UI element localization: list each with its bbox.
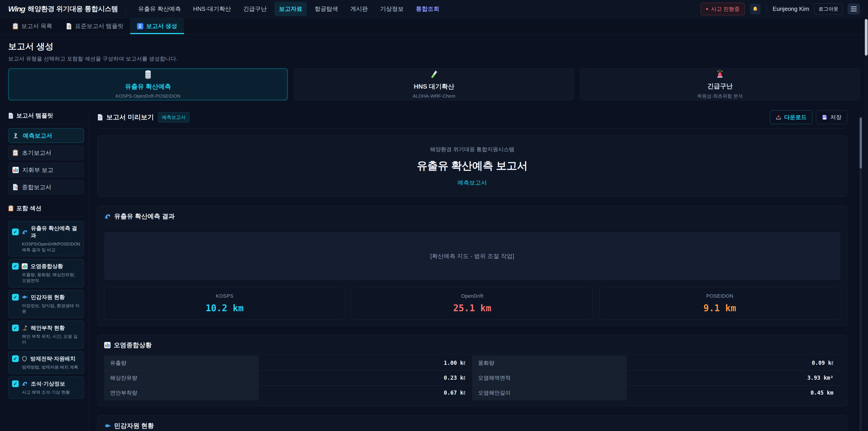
template-item-forecast[interactable]: 예측보고서 [8, 128, 84, 143]
fish-icon [22, 294, 28, 300]
header-divider [126, 5, 126, 13]
save-floppy-icon [822, 114, 828, 120]
shield-icon [22, 356, 27, 362]
report-title: 유출유 확산예측 보고서 [102, 159, 842, 173]
report-type-rescue[interactable]: 긴급구난 복원성·좌초위험 분석 [580, 68, 860, 100]
report-type-label: 예측보고서 [102, 179, 842, 187]
section-spill-result: 유출유 확산예측 결과 [확산예측 지도 - 범위 조절 작업] KOSPS 1… [97, 206, 847, 326]
menu-button[interactable] [848, 4, 860, 14]
tab-standard-templates[interactable]: 표준보고서 템플릿 [59, 18, 130, 34]
document-icon [97, 114, 103, 121]
logout-button[interactable]: 로그아웃 [814, 3, 843, 15]
table-row: 연안부착량 0.67 kℓ 오염해안길이 0.45 km [104, 386, 840, 400]
report-type-subtitle: KOSPS·OpenDrift·POSEIDON [116, 93, 180, 99]
nav-item-rescue[interactable]: 긴급구난 [239, 2, 271, 16]
model-stats: KOSPS 10.2 km OpenDrift 25.1 km POSEIDON… [104, 287, 840, 319]
test-tube-icon [430, 70, 438, 79]
wave-icon [22, 229, 28, 235]
nav-item-integrated-search[interactable]: 통합조회 [411, 2, 444, 16]
bar-chart-icon [104, 342, 111, 348]
scrollbar-thumb[interactable] [865, 19, 868, 56]
main-nav: 유출유 확산예측 HNS·대기확산 긴급구난 보고자료 항공탐색 게시판 기상정… [133, 2, 701, 16]
table-row: 유출량 1.00 kℓ 풍화량 0.09 kℓ [104, 356, 840, 370]
clipboard-icon [8, 205, 13, 212]
incident-status-badge[interactable]: 사고 진행중 [701, 3, 745, 16]
report-type-title: 유출유 확산예측 [125, 82, 171, 91]
wave-icon [104, 213, 111, 220]
report-sidebar: 보고서 템플릿 예측보고서 초기보고서 지휘부 보고 종합보고서 포함 섹션 [8, 110, 89, 431]
table-row: 해상잔유량 0.23 kℓ 오염해역면적 3.93 km² [104, 370, 840, 386]
report-type-hns[interactable]: HNS 대기확산 ALOHA·WRF-Chem [294, 68, 574, 100]
page-subtitle: 보고서 유형을 선택하고 포함할 섹션을 구성하여 보고서를 생성합니다. [8, 55, 860, 62]
template-item-comprehensive[interactable]: 종합보고서 [8, 180, 84, 194]
report-type-subtitle: ALOHA·WRF-Chem [412, 93, 455, 99]
preview-title: 보고서 미리보기 [97, 113, 154, 122]
bar-chart-icon [12, 167, 19, 173]
clipboard-icon [12, 149, 18, 156]
report-cover: 해양환경 위기대응 통합지원시스템 유출유 확산예측 보고서 예측보고서 [97, 135, 847, 197]
report-type-oil-spill[interactable]: 유출유 확산예측 KOSPS·OpenDrift·POSEIDON [8, 68, 288, 100]
fish-icon [104, 423, 111, 429]
tab-report-generate[interactable]: 보고서 생성 [130, 18, 184, 34]
section-toggle-sensitive[interactable]: 민감자원 현황 어장정보, 양식업, 환경생태 자원 [8, 290, 84, 318]
generate-icon [137, 23, 143, 29]
checkbox-checked[interactable] [12, 294, 19, 301]
app-title: 해양환경 위기대응 통합시스템 [28, 4, 118, 13]
model-stat-kosps: KOSPS 10.2 km [104, 287, 345, 319]
tab-report-list[interactable]: 보고서 목록 [5, 18, 59, 34]
templates-header: 보고서 템플릿 [8, 110, 84, 124]
nav-item-aerial-search[interactable]: 항공탐색 [310, 2, 343, 16]
bar-chart-icon [22, 263, 28, 269]
logo-mark: Wing [8, 4, 25, 13]
save-button[interactable]: 저장 [816, 110, 847, 124]
preview-header: 보고서 미리보기 예측보고서 다운로드 저장 [97, 110, 847, 129]
sections-header: 포함 섹션 [8, 203, 84, 217]
checkbox-checked[interactable] [12, 228, 19, 235]
section-header: 오염종합상황 [104, 341, 840, 355]
clipboard-icon [12, 23, 19, 30]
pollution-table: 유출량 1.00 kℓ 풍화량 0.09 kℓ 해상잔유량 0.23 kℓ 오염… [104, 356, 840, 400]
model-stat-opendrift: OpenDrift 25.1 km [352, 287, 592, 319]
nav-item-reports[interactable]: 보고자료 [274, 2, 307, 16]
section-toggle-response[interactable]: 방제전략·자원배치 방제방법, 방제자원 배치 계획 [8, 351, 84, 374]
page-scrollbar[interactable] [864, 0, 868, 431]
nav-item-board[interactable]: 게시판 [346, 2, 373, 16]
report-preview-panel: 보고서 미리보기 예측보고서 다운로드 저장 해양환경 위기대응 통합지원시스템 [89, 110, 860, 431]
checkbox-checked[interactable] [12, 380, 19, 387]
prediction-map-placeholder: [확산예측 지도 - 범위 조절 작업] [104, 232, 840, 280]
hamburger-icon [851, 6, 857, 7]
preview-scrollbar[interactable] [860, 117, 862, 431]
model-stat-poseidon: POSEIDON 9.1 km [599, 287, 840, 319]
template-item-initial[interactable]: 초기보고서 [8, 146, 84, 160]
header-right: 사고 진행중 Eunjeong Kim 로그아웃 [701, 3, 860, 16]
app-logo: Wing 해양환경 위기대응 통합시스템 [8, 4, 118, 13]
nav-item-oil-spill[interactable]: 유출유 확산예측 [133, 2, 185, 16]
template-item-command[interactable]: 지휘부 보고 [8, 163, 84, 177]
checkbox-checked[interactable] [12, 355, 19, 362]
section-toggle-tide-weather[interactable]: 조석·기상정보 사고 해역 조석·기상 현황 [8, 376, 84, 399]
nav-item-hns[interactable]: HNS·대기확산 [188, 2, 236, 16]
section-toggle-spill-result[interactable]: 유출유 확산예측 결과 KOSPS/OpenDrift/POSEIDON 예측 … [8, 221, 84, 256]
section-header: 유출유 확산예측 결과 [104, 212, 840, 226]
section-header: 민감자원 현황 [104, 422, 840, 431]
page-title: 보고서 생성 [8, 41, 860, 52]
notifications-button[interactable] [750, 4, 761, 14]
report-type-title: 긴급구난 [707, 82, 733, 90]
bell-icon [752, 6, 758, 12]
report-type-title: HNS 대기확산 [414, 82, 454, 91]
download-button[interactable]: 다운로드 [770, 110, 812, 124]
report-tabbar: 보고서 목록 표준보고서 템플릿 보고서 생성 [0, 18, 868, 34]
scrollbar-thumb[interactable] [860, 118, 862, 168]
checkbox-checked[interactable] [12, 263, 19, 270]
section-toggle-pollution[interactable]: 오염종합상황 유출량, 풍화량, 해상잔유량, 오염면적 [8, 259, 84, 287]
checkbox-checked[interactable] [12, 325, 19, 331]
user-name: Eunjeong Kim [773, 5, 809, 12]
nav-item-weather[interactable]: 기상정보 [376, 2, 408, 16]
download-icon [776, 114, 781, 120]
report-type-subtitle: 복원성·좌초위험 분석 [697, 93, 743, 99]
section-toggle-shoreline[interactable]: 해안부착 현황 해안 부착 위치, 시간, 오염 길이 [8, 321, 84, 349]
memo-pencil-icon [12, 184, 18, 190]
microscope-icon [12, 132, 19, 139]
oil-drum-icon [145, 70, 151, 79]
preview-type-badge: 예측보고서 [158, 112, 189, 123]
